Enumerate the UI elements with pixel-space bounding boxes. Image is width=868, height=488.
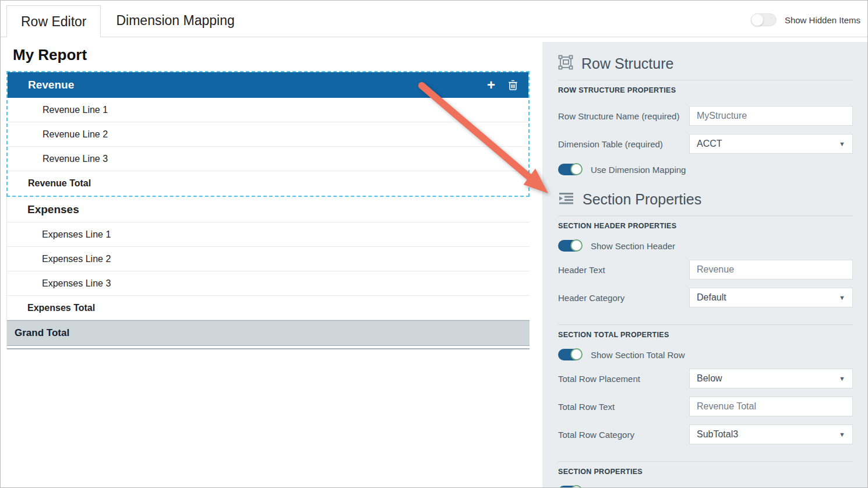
toggle-knob <box>570 485 583 488</box>
chevron-down-icon: ▼ <box>839 294 845 301</box>
total-row-text-field: Total Row Text <box>558 397 853 416</box>
section-properties-title: Section Properties <box>583 191 701 208</box>
row-expenses-header[interactable]: Expenses <box>7 197 530 222</box>
toggle-knob <box>570 239 583 252</box>
row-label: Expenses <box>27 203 79 216</box>
row-label: Revenue Line 2 <box>43 129 108 140</box>
show-section-header-toggle[interactable] <box>558 240 581 252</box>
header-category-field: Header Category Default ▼ <box>558 288 853 307</box>
indent-child-rows-toggle[interactable] <box>558 486 581 488</box>
header-category-select[interactable]: Default ▼ <box>689 288 853 307</box>
total-row-placement-label: Total Row Placement <box>558 374 640 384</box>
header-text-label: Header Text <box>558 265 605 275</box>
row-label: Revenue Line 3 <box>43 154 108 164</box>
use-dimension-mapping-label: Use Dimension Mapping <box>591 165 686 175</box>
dimension-table-value: ACCT <box>697 139 722 149</box>
show-section-header-row: Show Section Header <box>558 240 853 252</box>
toggle-knob <box>570 348 583 360</box>
section-properties-icon <box>558 192 574 208</box>
row-structure-name-field: Row Structure Name (required) <box>558 106 853 126</box>
add-row-icon[interactable]: + <box>487 78 495 92</box>
grand-total-underline <box>7 348 530 349</box>
section-properties-heading: Section Properties <box>558 191 853 208</box>
header-category-value: Default <box>697 292 726 303</box>
row-revenue-total[interactable]: Revenue Total <box>8 171 528 196</box>
row-structure-name-label: Row Structure Name (required) <box>558 111 679 121</box>
total-row-text-label: Total Row Text <box>558 402 615 412</box>
header-category-label: Header Category <box>558 293 624 303</box>
row-grand-total[interactable]: Grand Total <box>7 320 530 346</box>
row-structure-properties-caption: ROW STRUCTURE PROPERTIES <box>558 86 853 94</box>
toggle-knob <box>751 13 764 26</box>
dimension-table-label: Dimension Table (required) <box>558 139 663 149</box>
total-row-category-field: Total Row Category SubTotal3 ▼ <box>558 425 853 444</box>
dimension-table-select[interactable]: ACCT ▼ <box>689 134 853 154</box>
tab-row-editor[interactable]: Row Editor <box>6 5 101 37</box>
row-label: Expenses Line 1 <box>42 229 111 240</box>
chevron-down-icon: ▼ <box>839 375 845 382</box>
row-expenses-line-3[interactable]: Expenses Line 3 <box>7 271 530 296</box>
toggle-knob <box>570 163 583 175</box>
section-total-properties-caption: SECTION TOTAL PROPERTIES <box>558 331 853 339</box>
total-row-category-value: SubTotal3 <box>697 429 738 440</box>
divider <box>558 80 853 80</box>
row-structure-heading: Row Structure <box>558 55 853 72</box>
total-row-text-input[interactable] <box>689 397 853 416</box>
row-label: Revenue <box>28 79 74 91</box>
section-properties-caption: SECTION PROPERTIES <box>558 468 853 476</box>
row-structure-name-input[interactable] <box>689 106 853 126</box>
app-window: Row Editor Dimension Mapping Show Hidden… <box>0 0 868 488</box>
row-structure-title: Row Structure <box>581 55 673 72</box>
report-title: My Report <box>13 46 87 64</box>
row-revenue-line-1[interactable]: Revenue Line 1 <box>8 98 528 122</box>
show-hidden-items-control: Show Hidden Items <box>751 13 860 26</box>
show-hidden-items-toggle[interactable] <box>751 13 777 26</box>
header-text-field: Header Text <box>558 260 853 280</box>
show-section-total-label: Show Section Total Row <box>591 350 684 360</box>
row-expenses-line-2[interactable]: Expenses Line 2 <box>7 247 530 271</box>
divider <box>558 324 853 325</box>
chevron-down-icon: ▼ <box>839 140 845 147</box>
total-row-category-select[interactable]: SubTotal3 ▼ <box>689 425 853 444</box>
tab-row-editor-label: Row Editor <box>21 14 86 30</box>
row-label: Expenses Line 2 <box>42 254 111 264</box>
tab-dimension-mapping-label: Dimension Mapping <box>116 13 234 29</box>
row-label: Expenses Total <box>27 303 95 313</box>
row-revenue-line-3[interactable]: Revenue Line 3 <box>8 147 528 171</box>
row-expenses-line-1[interactable]: Expenses Line 1 <box>7 222 530 247</box>
total-row-placement-select[interactable]: Below ▼ <box>689 369 853 388</box>
tab-dimension-mapping[interactable]: Dimension Mapping <box>101 5 249 37</box>
delete-row-icon[interactable] <box>508 80 518 91</box>
divider <box>558 461 853 462</box>
header-text-input[interactable] <box>689 260 853 280</box>
show-section-total-toggle[interactable] <box>558 349 581 360</box>
row-revenue-header[interactable]: Revenue + <box>8 72 528 98</box>
report-row-list: Revenue + Revenue Lin <box>6 71 530 349</box>
total-row-placement-value: Below <box>697 373 722 384</box>
selected-section-box: Revenue + Revenue Lin <box>6 71 530 197</box>
divider <box>558 215 853 216</box>
show-section-total-row: Show Section Total Row <box>558 349 853 360</box>
row-structure-icon <box>558 55 573 72</box>
use-dimension-mapping-toggle[interactable] <box>558 164 581 175</box>
show-section-header-label: Show Section Header <box>591 241 675 251</box>
indent-child-rows-row: Indent Child Rows <box>558 486 853 488</box>
properties-panel: Row Structure ROW STRUCTURE PROPERTIES R… <box>542 42 868 488</box>
row-label: Revenue Line 1 <box>43 105 108 115</box>
row-expenses-total[interactable]: Expenses Total <box>7 296 530 320</box>
dimension-table-field: Dimension Table (required) ACCT ▼ <box>558 134 853 154</box>
section-header-properties-caption: SECTION HEADER PROPERTIES <box>558 222 853 230</box>
selected-row-actions: + <box>487 78 518 92</box>
row-label: Grand Total <box>15 327 69 339</box>
use-dimension-mapping-row: Use Dimension Mapping <box>558 164 853 175</box>
report-lower-rows: Expenses Expenses Line 1 Expenses Line 2… <box>6 197 530 349</box>
show-hidden-items-label: Show Hidden Items <box>785 15 860 25</box>
row-label: Revenue Total <box>28 178 91 189</box>
chevron-down-icon: ▼ <box>839 431 845 438</box>
total-row-placement-field: Total Row Placement Below ▼ <box>558 369 853 388</box>
total-row-category-label: Total Row Category <box>558 430 634 440</box>
tab-bar: Row Editor Dimension Mapping Show Hidden… <box>1 1 867 37</box>
row-revenue-line-2[interactable]: Revenue Line 2 <box>8 122 528 147</box>
row-label: Expenses Line 3 <box>42 278 111 289</box>
